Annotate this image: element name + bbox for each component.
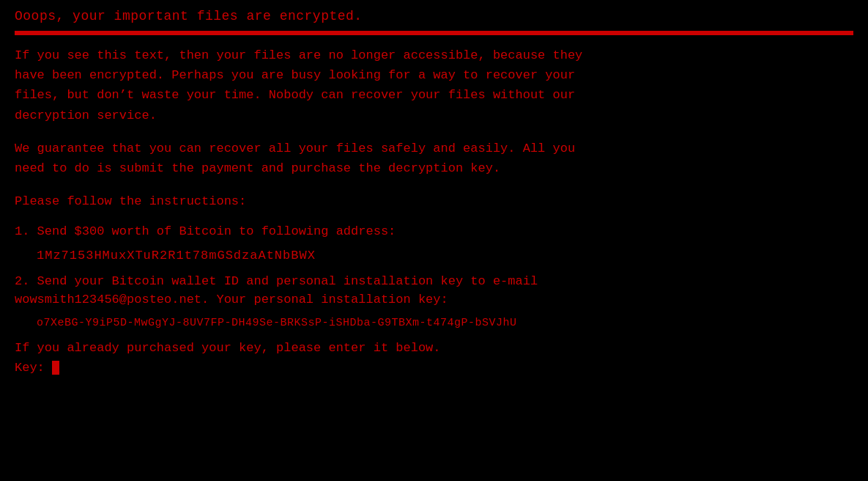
main-title: Ooops, your important files are encrypte… <box>15 9 853 23</box>
paragraph-2: We guarantee that you can recover all yo… <box>15 139 853 178</box>
step-1-label: 1. Send $300 worth of Bitcoin to followi… <box>15 224 853 238</box>
personal-installation-key: o7XeBG-Y9iP5D-MwGgYJ-8UV7FP-DH49Se-BRKSs… <box>37 317 853 329</box>
bitcoin-address: 1Mz7153HMuxXTuR2R1t78mGSdzaAtNbBWX <box>37 249 853 262</box>
content-area: If you see this text, then your files ar… <box>15 43 853 378</box>
purchase-notice: If you already purchased your key, pleas… <box>15 341 853 355</box>
ransomware-screen: Ooops, your important files are encrypte… <box>15 9 853 378</box>
key-entry-line[interactable]: Key: _ <box>15 361 853 375</box>
paragraph-1: If you see this text, then your files ar… <box>15 45 853 125</box>
instructions-header: Please follow the instructions: <box>15 191 853 211</box>
text-cursor: _ <box>52 361 59 375</box>
step-2-email: wowsmith123456@posteo.net. Your personal… <box>15 293 853 306</box>
red-divider <box>15 31 853 35</box>
step-2-label: 2. Send your Bitcoin wallet ID and perso… <box>15 274 853 288</box>
